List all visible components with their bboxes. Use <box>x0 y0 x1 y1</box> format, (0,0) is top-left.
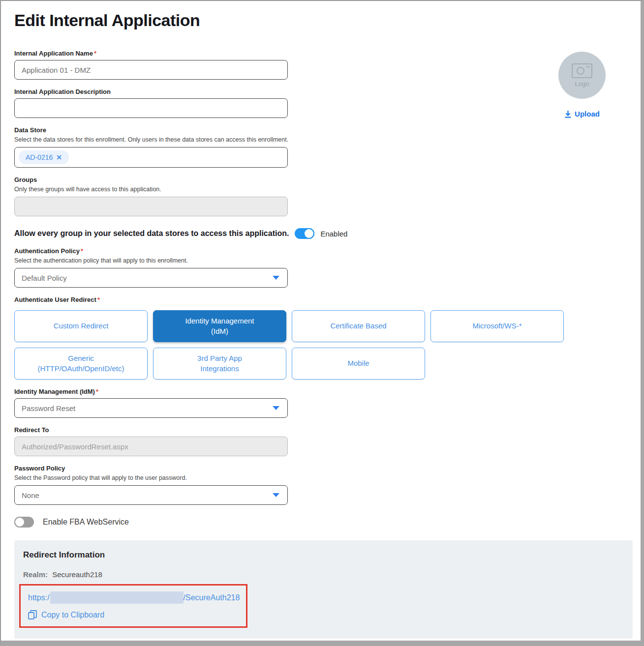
auth-policy-select[interactable]: Default Policy <box>14 268 288 288</box>
auth-policy-value: Default Policy <box>22 274 67 282</box>
redirect-url-suffix: /SecureAuth218 <box>184 593 240 602</box>
allow-groups-label: Allow every group in your selected data … <box>14 229 289 238</box>
data-store-chip: AD-0216 ✕ <box>19 150 69 164</box>
auth-redirect-options: Custom Redirect Identity Management (IdM… <box>14 310 565 380</box>
redacted-url-segment <box>50 591 184 604</box>
auth-redirect-label: Authenticate User Redirect* <box>14 296 634 303</box>
toggle-knob <box>14 517 25 528</box>
realm-label: Realm: <box>23 570 48 579</box>
toggle-knob <box>304 228 314 239</box>
chevron-down-icon <box>273 276 279 280</box>
groups-input <box>14 197 288 216</box>
copy-to-clipboard-button[interactable]: Copy to Clipboard <box>28 610 240 620</box>
data-store-label: Data Store <box>14 126 634 134</box>
required-asterisk: * <box>96 388 98 395</box>
data-store-help: Select the data stores for this enrollme… <box>14 136 634 143</box>
redirect-url-prefix: https:/ <box>28 593 50 602</box>
chip-remove-icon[interactable]: ✕ <box>56 154 62 161</box>
redirect-option-generic[interactable]: Generic (HTTP/OAuth/OpenID/etc) <box>14 348 148 380</box>
required-asterisk: * <box>97 296 100 303</box>
redirect-information-panel: Redirect Information Realm: Secureauth21… <box>14 540 633 639</box>
password-policy-value: None <box>22 491 39 499</box>
redirect-url-link[interactable]: https:/ /SecureAuth218 <box>28 591 240 604</box>
app-name-label: Internal Application Name* <box>14 50 634 57</box>
upload-logo-button[interactable]: Upload <box>564 110 600 118</box>
fba-webservice-label: Enable FBA WebService <box>43 518 129 527</box>
allow-groups-toggle[interactable] <box>295 228 314 239</box>
upload-label: Upload <box>575 110 600 118</box>
app-name-input[interactable] <box>14 60 288 80</box>
redirect-option-3rd-party-app[interactable]: 3rd Party App Integrations <box>153 348 286 380</box>
idm-value: Password Reset <box>22 404 75 412</box>
page-title: Edit Internal Application <box>14 11 634 30</box>
logo-placeholder-label: Logo <box>575 80 589 88</box>
redirect-to-input <box>14 437 288 456</box>
redirect-option-certificate-based[interactable]: Certificate Based <box>292 310 425 342</box>
auth-policy-label: Authentication Policy* <box>14 247 634 255</box>
copy-icon <box>28 610 37 620</box>
auth-policy-help: Select the authentication policy that wi… <box>14 257 634 264</box>
data-store-input[interactable]: AD-0216 ✕ <box>14 147 288 168</box>
annotation-red-box: https:/ /SecureAuth218 Copy to Clipboard <box>19 584 247 628</box>
required-asterisk: * <box>81 247 83 255</box>
copy-to-clipboard-label: Copy to Clipboard <box>41 611 104 619</box>
app-window: Edit Internal Application Internal Appli… <box>0 0 644 646</box>
redirect-information-title: Redirect Information <box>23 550 624 560</box>
allow-groups-state: Enabled <box>320 230 347 238</box>
app-description-label: Internal Application Description <box>14 88 634 95</box>
groups-label: Groups <box>14 176 634 183</box>
logo-placeholder[interactable]: Logo <box>558 52 606 99</box>
groups-help: Only these groups will have access to th… <box>14 186 634 193</box>
download-arrow-icon <box>564 110 572 118</box>
redirect-option-custom-redirect[interactable]: Custom Redirect <box>14 310 148 342</box>
idm-label: Identity Management (IdM)* <box>14 388 634 395</box>
camera-icon <box>572 63 592 78</box>
required-asterisk: * <box>94 50 96 57</box>
chevron-down-icon <box>273 493 279 497</box>
redirect-to-label: Redirect To <box>14 426 634 434</box>
redirect-option-identity-management[interactable]: Identity Management (IdM) <box>153 310 286 342</box>
fba-webservice-toggle[interactable] <box>14 517 34 528</box>
idm-select[interactable]: Password Reset <box>14 398 288 418</box>
chevron-down-icon <box>273 406 279 410</box>
password-policy-label: Password Policy <box>14 465 634 472</box>
app-description-input[interactable] <box>14 98 288 118</box>
realm-value: Secureauth218 <box>52 570 102 579</box>
redirect-option-mobile[interactable]: Mobile <box>292 348 425 380</box>
redirect-option-microsoft-ws[interactable]: Microsoft/WS-* <box>430 310 564 342</box>
password-policy-select[interactable]: None <box>14 485 288 505</box>
password-policy-help: Select the Password policy that will app… <box>14 474 634 481</box>
data-store-chip-label: AD-0216 <box>26 153 53 161</box>
logo-upload-area: Logo Upload <box>552 52 612 120</box>
